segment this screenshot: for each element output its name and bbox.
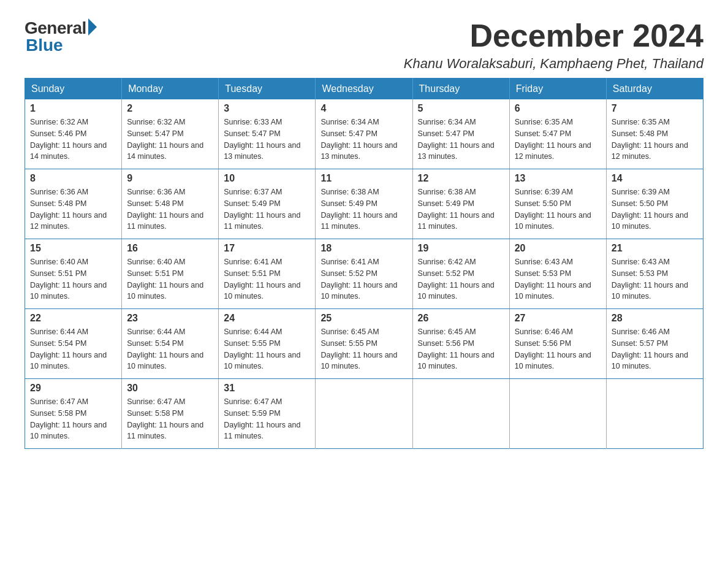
day-number: 9	[127, 173, 213, 184]
day-info: Sunrise: 6:34 AMSunset: 5:47 PMDaylight:…	[320, 117, 407, 163]
calendar-table: SundayMondayTuesdayWednesdayThursdayFrid…	[25, 78, 703, 449]
logo-arrow-icon	[88, 18, 97, 36]
calendar-day-cell	[509, 379, 606, 449]
calendar-week-row: 1 Sunrise: 6:32 AMSunset: 5:46 PMDayligh…	[25, 99, 703, 169]
calendar-day-cell: 12 Sunrise: 6:38 AMSunset: 5:49 PMDaylig…	[412, 169, 509, 239]
day-number: 8	[30, 173, 116, 184]
calendar-day-cell: 17 Sunrise: 6:41 AMSunset: 5:51 PMDaylig…	[219, 239, 316, 309]
calendar-day-cell	[316, 379, 412, 449]
day-info: Sunrise: 6:47 AMSunset: 5:59 PMDaylight:…	[224, 396, 310, 442]
day-number: 1	[30, 103, 116, 114]
calendar-day-cell: 10 Sunrise: 6:37 AMSunset: 5:49 PMDaylig…	[219, 169, 316, 239]
calendar-day-cell: 27 Sunrise: 6:46 AMSunset: 5:56 PMDaylig…	[509, 309, 606, 379]
day-info: Sunrise: 6:45 AMSunset: 5:56 PMDaylight:…	[418, 326, 504, 372]
weekday-header-monday: Monday	[122, 79, 219, 100]
calendar-day-cell: 18 Sunrise: 6:41 AMSunset: 5:52 PMDaylig…	[316, 239, 412, 309]
day-info: Sunrise: 6:44 AMSunset: 5:54 PMDaylight:…	[127, 326, 213, 372]
day-info: Sunrise: 6:45 AMSunset: 5:55 PMDaylight:…	[320, 326, 407, 372]
day-info: Sunrise: 6:36 AMSunset: 5:48 PMDaylight:…	[30, 186, 116, 232]
day-number: 31	[224, 383, 310, 394]
day-info: Sunrise: 6:43 AMSunset: 5:53 PMDaylight:…	[612, 256, 698, 302]
calendar-day-cell: 26 Sunrise: 6:45 AMSunset: 5:56 PMDaylig…	[412, 309, 509, 379]
day-info: Sunrise: 6:46 AMSunset: 5:57 PMDaylight:…	[612, 326, 698, 372]
calendar-day-cell: 22 Sunrise: 6:44 AMSunset: 5:54 PMDaylig…	[25, 309, 122, 379]
day-info: Sunrise: 6:39 AMSunset: 5:50 PMDaylight:…	[515, 186, 601, 232]
day-number: 12	[418, 173, 504, 184]
day-number: 5	[418, 103, 504, 114]
day-info: Sunrise: 6:36 AMSunset: 5:48 PMDaylight:…	[127, 186, 213, 232]
day-number: 23	[127, 313, 213, 324]
day-info: Sunrise: 6:33 AMSunset: 5:47 PMDaylight:…	[224, 117, 310, 163]
day-number: 7	[612, 103, 698, 114]
day-number: 15	[30, 243, 116, 254]
calendar-day-cell: 4 Sunrise: 6:34 AMSunset: 5:47 PMDayligh…	[316, 99, 412, 169]
day-number: 29	[30, 383, 116, 394]
day-info: Sunrise: 6:46 AMSunset: 5:56 PMDaylight:…	[515, 326, 601, 372]
day-number: 20	[515, 243, 601, 254]
day-number: 16	[127, 243, 213, 254]
day-info: Sunrise: 6:41 AMSunset: 5:51 PMDaylight:…	[224, 256, 310, 302]
day-info: Sunrise: 6:39 AMSunset: 5:50 PMDaylight:…	[612, 186, 698, 232]
calendar-day-cell: 14 Sunrise: 6:39 AMSunset: 5:50 PMDaylig…	[606, 169, 703, 239]
calendar-day-cell: 15 Sunrise: 6:40 AMSunset: 5:51 PMDaylig…	[25, 239, 122, 309]
day-number: 27	[515, 313, 601, 324]
month-year-title: December 2024	[404, 18, 703, 53]
day-number: 11	[320, 173, 407, 184]
day-info: Sunrise: 6:40 AMSunset: 5:51 PMDaylight:…	[127, 256, 213, 302]
weekday-header-tuesday: Tuesday	[219, 79, 316, 100]
day-number: 28	[612, 313, 698, 324]
calendar-day-cell: 7 Sunrise: 6:35 AMSunset: 5:48 PMDayligh…	[606, 99, 703, 169]
calendar-day-cell	[412, 379, 509, 449]
day-info: Sunrise: 6:37 AMSunset: 5:49 PMDaylight:…	[224, 186, 310, 232]
calendar-day-cell: 19 Sunrise: 6:42 AMSunset: 5:52 PMDaylig…	[412, 239, 509, 309]
day-number: 26	[418, 313, 504, 324]
day-number: 10	[224, 173, 310, 184]
calendar-day-cell: 2 Sunrise: 6:32 AMSunset: 5:47 PMDayligh…	[122, 99, 219, 169]
logo: General Blue	[25, 18, 97, 55]
day-info: Sunrise: 6:35 AMSunset: 5:48 PMDaylight:…	[612, 117, 698, 163]
calendar-week-row: 8 Sunrise: 6:36 AMSunset: 5:48 PMDayligh…	[25, 169, 703, 239]
calendar-week-row: 22 Sunrise: 6:44 AMSunset: 5:54 PMDaylig…	[25, 309, 703, 379]
calendar-day-cell: 13 Sunrise: 6:39 AMSunset: 5:50 PMDaylig…	[509, 169, 606, 239]
calendar-day-cell: 6 Sunrise: 6:35 AMSunset: 5:47 PMDayligh…	[509, 99, 606, 169]
calendar-day-cell: 11 Sunrise: 6:38 AMSunset: 5:49 PMDaylig…	[316, 169, 412, 239]
day-number: 2	[127, 103, 213, 114]
day-info: Sunrise: 6:34 AMSunset: 5:47 PMDaylight:…	[418, 117, 504, 163]
page-header: General Blue December 2024 Khanu Woralak…	[25, 18, 703, 72]
location-subtitle: Khanu Woralaksaburi, Kamphaeng Phet, Tha…	[404, 56, 703, 72]
weekday-header-wednesday: Wednesday	[316, 79, 412, 100]
title-section: December 2024 Khanu Woralaksaburi, Kamph…	[404, 18, 703, 72]
day-number: 4	[320, 103, 407, 114]
calendar-day-cell: 30 Sunrise: 6:47 AMSunset: 5:58 PMDaylig…	[122, 379, 219, 449]
calendar-day-cell: 29 Sunrise: 6:47 AMSunset: 5:58 PMDaylig…	[25, 379, 122, 449]
calendar-day-cell: 31 Sunrise: 6:47 AMSunset: 5:59 PMDaylig…	[219, 379, 316, 449]
calendar-week-row: 15 Sunrise: 6:40 AMSunset: 5:51 PMDaylig…	[25, 239, 703, 309]
day-number: 6	[515, 103, 601, 114]
calendar-day-cell: 3 Sunrise: 6:33 AMSunset: 5:47 PMDayligh…	[219, 99, 316, 169]
day-number: 19	[418, 243, 504, 254]
day-number: 24	[224, 313, 310, 324]
weekday-header-sunday: Sunday	[25, 79, 122, 100]
day-info: Sunrise: 6:41 AMSunset: 5:52 PMDaylight:…	[320, 256, 407, 302]
day-number: 3	[224, 103, 310, 114]
logo-blue-text: Blue	[26, 36, 63, 55]
day-info: Sunrise: 6:47 AMSunset: 5:58 PMDaylight:…	[127, 396, 213, 442]
day-number: 25	[320, 313, 407, 324]
calendar-day-cell: 1 Sunrise: 6:32 AMSunset: 5:46 PMDayligh…	[25, 99, 122, 169]
calendar-day-cell: 24 Sunrise: 6:44 AMSunset: 5:55 PMDaylig…	[219, 309, 316, 379]
day-info: Sunrise: 6:38 AMSunset: 5:49 PMDaylight:…	[418, 186, 504, 232]
day-info: Sunrise: 6:38 AMSunset: 5:49 PMDaylight:…	[320, 186, 407, 232]
day-number: 14	[612, 173, 698, 184]
day-info: Sunrise: 6:32 AMSunset: 5:46 PMDaylight:…	[30, 117, 116, 163]
weekday-header-friday: Friday	[509, 79, 606, 100]
day-number: 30	[127, 383, 213, 394]
day-info: Sunrise: 6:43 AMSunset: 5:53 PMDaylight:…	[515, 256, 601, 302]
day-number: 13	[515, 173, 601, 184]
calendar-week-row: 29 Sunrise: 6:47 AMSunset: 5:58 PMDaylig…	[25, 379, 703, 449]
weekday-header-thursday: Thursday	[412, 79, 509, 100]
day-info: Sunrise: 6:35 AMSunset: 5:47 PMDaylight:…	[515, 117, 601, 163]
calendar-day-cell: 5 Sunrise: 6:34 AMSunset: 5:47 PMDayligh…	[412, 99, 509, 169]
day-info: Sunrise: 6:44 AMSunset: 5:55 PMDaylight:…	[224, 326, 310, 372]
day-number: 21	[612, 243, 698, 254]
day-info: Sunrise: 6:44 AMSunset: 5:54 PMDaylight:…	[30, 326, 116, 372]
